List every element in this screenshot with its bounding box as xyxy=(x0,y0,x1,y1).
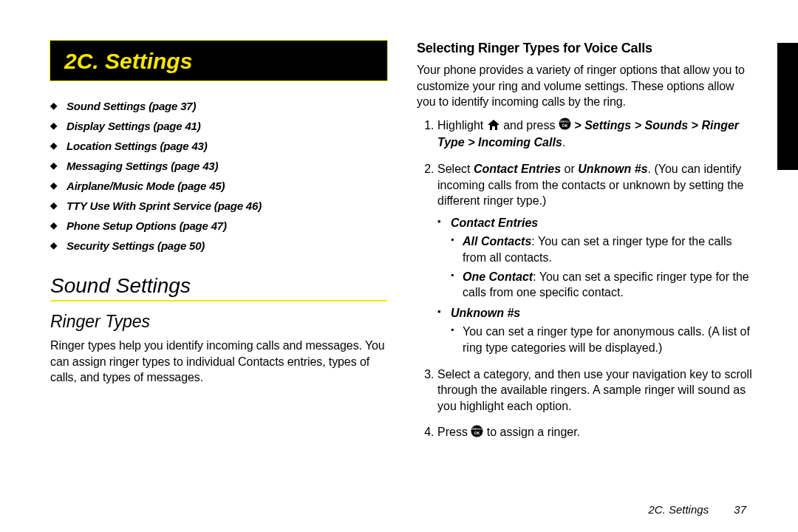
procedure-intro: Your phone provides a variety of ringer … xyxy=(417,62,754,110)
right-column: Selecting Ringer Types for Voice Calls Y… xyxy=(417,41,754,451)
subsection-heading: Ringer Types xyxy=(50,312,387,332)
step2-c: or xyxy=(561,163,578,175)
toc-item: TTY Use With Sprint Service (page 46) xyxy=(50,200,387,212)
procedure-heading: Selecting Ringer Types for Voice Calls xyxy=(417,41,754,56)
toc-item: Messaging Settings (page 43) xyxy=(50,160,387,172)
section-heading: Sound Settings xyxy=(50,274,387,301)
step2-b: Contact Entries xyxy=(474,163,561,175)
one-contact-label: One Contact xyxy=(463,270,533,283)
step4-a: Press xyxy=(437,426,468,438)
unknown-label: Unknown #s xyxy=(451,307,520,319)
all-contacts-label: All Contacts xyxy=(463,235,531,248)
menu-ok-icon: MENUOK xyxy=(559,117,571,134)
chapter-title: 2C. Settings xyxy=(64,49,192,73)
all-contacts-item: All Contacts: You can set a ringer type … xyxy=(451,233,754,265)
home-icon xyxy=(487,119,500,135)
toc-item: Airplane/Music Mode (page 45) xyxy=(50,180,387,192)
step1-dot: . xyxy=(562,136,565,149)
footer-page-number: 37 xyxy=(734,503,746,516)
sub-sub-list: You can set a ringer type for anonymous … xyxy=(451,324,754,355)
svg-text:OK: OK xyxy=(474,431,480,435)
step1-path: > Settings > Sounds > Ringer Type > Inco… xyxy=(437,119,739,149)
toc-item: Sound Settings (page 37) xyxy=(50,100,387,112)
step2-d: Unknown #s xyxy=(578,163,647,175)
two-column-layout: 2C. Settings Sound Settings (page 37) Di… xyxy=(50,41,754,451)
one-contact-item: One Contact: You can set a specific ring… xyxy=(451,269,754,301)
sub-item-contact-entries: Contact Entries All Contacts: You can se… xyxy=(437,215,754,301)
steps-list: Highlight and press MENUOK > Settings > … xyxy=(417,117,754,442)
step-2: Select Contact Entries or Unknown #s. (Y… xyxy=(437,161,754,356)
left-column: 2C. Settings Sound Settings (page 37) Di… xyxy=(50,41,387,451)
sub-list: Contact Entries All Contacts: You can se… xyxy=(437,215,754,356)
step4-b: to assign a ringer. xyxy=(487,426,580,438)
step1-text-a: Highlight xyxy=(437,119,483,132)
footer-section: 2C. Settings xyxy=(648,503,709,516)
sub-sub-list: All Contacts: You can set a ringer type … xyxy=(451,233,754,300)
step1-text-b: and press xyxy=(503,119,555,132)
contact-entries-label: Contact Entries xyxy=(451,216,538,229)
menu-ok-icon: MENUOK xyxy=(471,425,483,442)
toc-list: Sound Settings (page 37) Display Setting… xyxy=(50,100,387,252)
toc-item: Location Settings (page 43) xyxy=(50,140,387,152)
toc-item: Phone Setup Options (page 47) xyxy=(50,219,387,232)
step-1: Highlight and press MENUOK > Settings > … xyxy=(437,117,754,151)
side-tab: Settings xyxy=(777,43,798,170)
chapter-title-box: 2C. Settings xyxy=(50,41,387,81)
toc-item: Security Settings (page 50) xyxy=(50,239,387,252)
svg-text:OK: OK xyxy=(562,123,568,128)
intro-paragraph: Ringer types help you identify incoming … xyxy=(50,338,387,386)
manual-page: Settings 2C. Settings Sound Settings (pa… xyxy=(0,0,798,532)
page-footer: 2C. Settings 37 xyxy=(648,503,746,516)
toc-item: Display Settings (page 41) xyxy=(50,120,387,132)
step-3: Select a category, and then use your nav… xyxy=(437,366,754,415)
step-4: Press MENUOK to assign a ringer. xyxy=(437,424,754,441)
step2-a: Select xyxy=(437,163,474,175)
unknown-text: You can set a ringer type for anonymous … xyxy=(451,324,754,355)
sub-item-unknown: Unknown #s You can set a ringer type for… xyxy=(437,305,754,356)
